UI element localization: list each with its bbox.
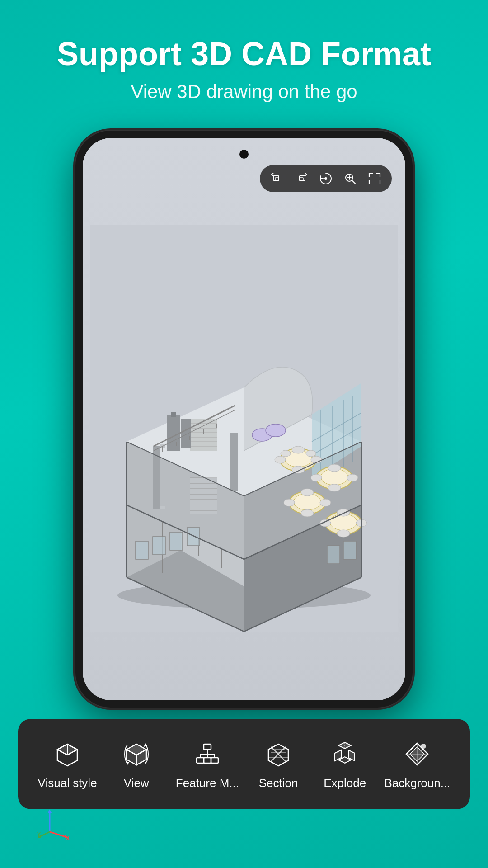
svg-line-140 xyxy=(50,832,67,837)
background-label: Backgroun... xyxy=(384,776,450,790)
svg-rect-2 xyxy=(300,176,305,180)
svg-rect-79 xyxy=(187,528,200,546)
svg-rect-118 xyxy=(211,758,218,763)
svg-point-60 xyxy=(284,499,295,506)
feature-manager-icon xyxy=(192,738,223,770)
svg-point-51 xyxy=(306,450,316,457)
fullscreen-icon[interactable] xyxy=(366,170,383,187)
svg-point-63 xyxy=(301,509,314,517)
zoom-icon[interactable] xyxy=(342,170,358,187)
building-3d-view xyxy=(90,225,398,632)
section-label: Section xyxy=(259,776,298,790)
svg-point-50 xyxy=(281,450,291,457)
svg-rect-117 xyxy=(204,758,211,763)
svg-rect-77 xyxy=(153,537,165,555)
svg-point-49 xyxy=(292,466,305,473)
svg-point-4 xyxy=(324,177,327,180)
viewport-toolbar xyxy=(260,165,392,192)
svg-point-55 xyxy=(347,474,358,481)
svg-point-69 xyxy=(337,530,350,537)
header: Support 3D CAD Format View 3D drawing on… xyxy=(0,36,488,103)
section-item[interactable]: Section xyxy=(251,738,305,790)
svg-marker-109 xyxy=(126,761,129,765)
view-icon xyxy=(121,738,152,770)
background-item[interactable]: Backgroun... xyxy=(384,738,450,790)
explode-item[interactable]: Explode xyxy=(318,738,372,790)
redo-view-icon[interactable] xyxy=(293,170,310,187)
svg-rect-78 xyxy=(170,532,183,550)
axis-indicator: Z X Y xyxy=(36,805,72,841)
phone-screen xyxy=(83,138,405,700)
svg-point-46 xyxy=(275,456,286,463)
view-label: View xyxy=(124,776,149,790)
svg-point-56 xyxy=(328,464,341,472)
header-subtitle: View 3D drawing on the go xyxy=(27,81,461,103)
svg-rect-0 xyxy=(273,176,279,180)
cad-viewport xyxy=(83,138,405,700)
svg-rect-82 xyxy=(167,415,180,451)
svg-rect-81 xyxy=(327,546,340,564)
phone-mockup xyxy=(75,130,413,726)
rotate-icon[interactable] xyxy=(318,170,334,187)
explode-label: Explode xyxy=(324,776,366,790)
svg-point-61 xyxy=(320,499,331,506)
svg-marker-104 xyxy=(57,744,77,755)
svg-rect-110 xyxy=(204,744,211,750)
phone-camera xyxy=(239,150,249,159)
svg-rect-74 xyxy=(160,506,165,509)
undo-view-icon[interactable] xyxy=(269,170,285,187)
feature-manager-item[interactable]: Feature M... xyxy=(176,738,239,790)
visual-style-icon xyxy=(52,738,83,770)
svg-rect-80 xyxy=(343,541,356,559)
background-icon xyxy=(401,738,433,770)
visual-style-label: Visual style xyxy=(38,776,97,790)
explode-icon xyxy=(329,738,361,770)
svg-rect-75 xyxy=(230,433,238,491)
svg-point-62 xyxy=(301,489,314,496)
header-title: Support 3D CAD Format xyxy=(27,36,461,72)
svg-point-54 xyxy=(311,474,322,481)
svg-point-57 xyxy=(328,484,341,491)
svg-text:Y: Y xyxy=(37,831,41,838)
svg-text:X: X xyxy=(66,835,70,841)
view-item[interactable]: View xyxy=(109,738,164,790)
svg-rect-84 xyxy=(181,419,191,448)
svg-rect-116 xyxy=(197,758,204,763)
svg-rect-76 xyxy=(136,541,148,559)
svg-rect-83 xyxy=(171,412,176,417)
visual-style-item[interactable]: Visual style xyxy=(38,738,97,790)
feature-manager-label: Feature M... xyxy=(176,776,239,790)
axis-svg: Z X Y xyxy=(36,805,72,841)
bottom-toolbar: Visual style View xyxy=(18,719,470,809)
svg-line-6 xyxy=(352,180,356,184)
phone-shell xyxy=(75,130,413,708)
section-icon xyxy=(263,738,294,770)
svg-point-71 xyxy=(266,424,286,437)
svg-point-48 xyxy=(292,446,305,453)
